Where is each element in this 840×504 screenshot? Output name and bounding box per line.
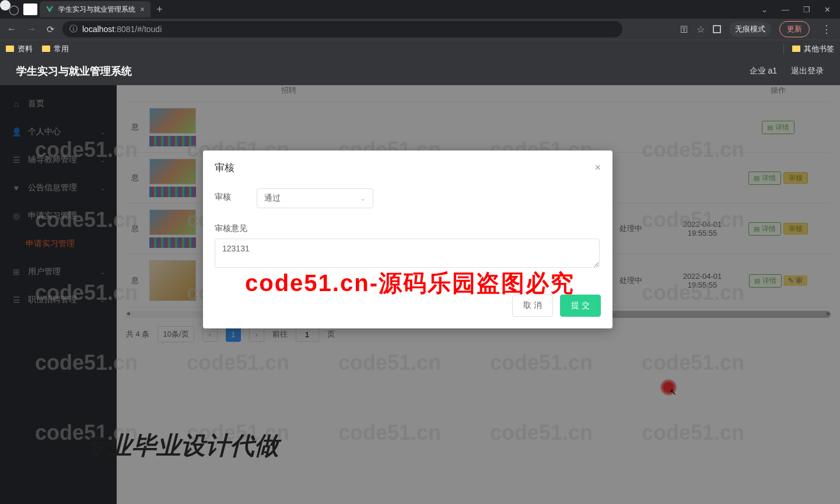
cancel-button[interactable]: 取 消: [512, 295, 553, 317]
url-port: :8081: [114, 24, 135, 34]
logout-link[interactable]: 退出登录: [791, 66, 824, 76]
app-title: 学生实习与就业管理系统: [16, 64, 132, 78]
folder-icon: [792, 46, 800, 52]
folder-icon: [6, 46, 14, 52]
info-icon[interactable]: ⓘ: [69, 24, 78, 34]
other-bookmarks[interactable]: 其他书签: [783, 44, 834, 54]
opinion-textarea[interactable]: 123131: [215, 239, 600, 268]
audit-select[interactable]: 通过 ⌄: [257, 188, 373, 208]
tab-title: 学生实习与就业管理系统: [58, 5, 135, 15]
update-button[interactable]: 更新: [779, 21, 810, 37]
opinion-label: 审核意见: [215, 220, 601, 234]
maximize-icon[interactable]: ❐: [803, 5, 810, 14]
bookmark-item[interactable]: 资料: [6, 44, 33, 54]
key-icon[interactable]: ⚿: [680, 24, 688, 34]
url-input[interactable]: ⓘ localhost:8081/#/toudi: [62, 21, 622, 37]
incognito-icon: [0, 0, 10, 10]
folder-icon: [42, 46, 50, 52]
tab-close-icon[interactable]: ×: [140, 5, 145, 14]
url-path: /#/toudi: [135, 24, 162, 34]
new-tab-button[interactable]: +: [156, 4, 163, 16]
app-header: 学生实习与就业管理系统 企业 a1 退出登录: [0, 57, 840, 85]
kebab-menu-icon[interactable]: ⋮: [818, 23, 835, 36]
chevron-down-icon: ⌄: [360, 194, 366, 202]
url-host: localhost: [82, 24, 114, 34]
incognito-badge[interactable]: 无痕模式: [729, 22, 771, 37]
close-window-icon[interactable]: ✕: [824, 5, 831, 14]
chevron-down-icon[interactable]: ⌄: [761, 5, 768, 14]
audit-label: 审核: [215, 188, 250, 202]
back-icon[interactable]: ←: [5, 24, 19, 34]
bookmarks-bar: 资料 常用 其他书签: [0, 40, 840, 57]
modal-title: 审核: [215, 161, 235, 174]
user-label[interactable]: 企业 a1: [750, 66, 777, 76]
vue-icon: [46, 5, 54, 13]
bookmark-item[interactable]: 常用: [42, 44, 69, 54]
forward-icon[interactable]: →: [24, 24, 38, 34]
address-bar: ← → ⟳ ⓘ localhost:8081/#/toudi ⚿ ☆ 无痕模式 …: [0, 19, 840, 40]
close-icon[interactable]: ×: [594, 162, 601, 174]
star-icon[interactable]: ☆: [696, 24, 705, 35]
active-tab[interactable]: 学生实习与就业管理系统 ×: [40, 1, 150, 18]
extensions-icon[interactable]: [713, 25, 721, 33]
browser-titlebar: ◯ 学生实习与就业管理系统 × + ⌄ — ❐ ✕: [0, 0, 840, 19]
minimize-icon[interactable]: —: [782, 5, 789, 14]
reload-icon[interactable]: ⟳: [44, 24, 57, 35]
blank-tab-icon[interactable]: [23, 4, 37, 15]
audit-modal: 审核 × 审核 通过 ⌄ 审核意见 123131 取 消 提 交: [203, 150, 612, 328]
incognito-label: 无痕模式: [735, 24, 765, 34]
submit-button[interactable]: 提 交: [560, 295, 601, 317]
